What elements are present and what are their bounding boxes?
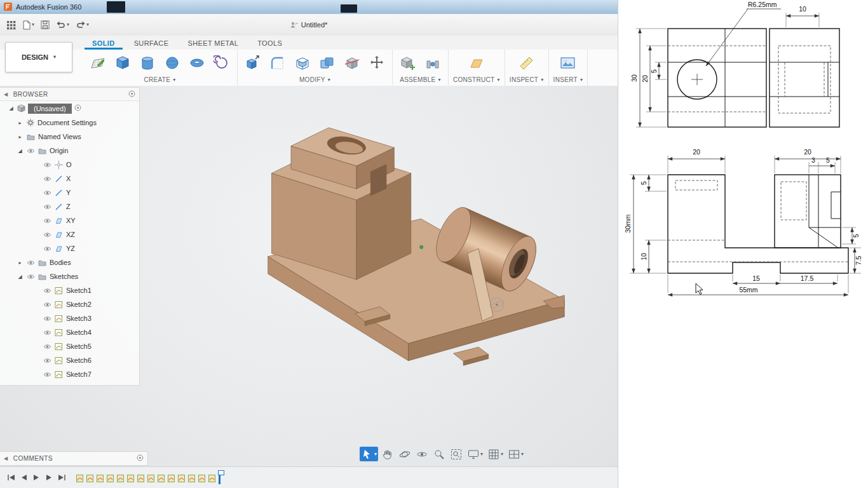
ribbon-group-dropdown[interactable]: CONSTRUCT▾	[453, 76, 500, 83]
browser-row-named-views[interactable]: ▸Named Views	[0, 130, 139, 144]
undo-button[interactable]: ▾	[53, 18, 72, 31]
browser-row-document-settings[interactable]: ▸Document Settings	[0, 116, 139, 130]
browser-row-sketch2[interactable]: Sketch2	[0, 297, 139, 311]
timeline-marker-sketch-2[interactable]	[86, 473, 93, 482]
timeline-marker-sketch-12[interactable]	[188, 473, 195, 482]
timeline-step-back-button[interactable]	[18, 472, 29, 484]
timeline-position-marker[interactable]	[217, 471, 222, 484]
browser-row-bodies[interactable]: ▸Bodies	[0, 255, 139, 269]
ribbon-sphere-button[interactable]	[161, 51, 183, 74]
panel-options-icon[interactable]	[128, 90, 135, 98]
panel-options-icon[interactable]	[137, 454, 144, 463]
display-settings-tool-button[interactable]: ▾	[466, 447, 484, 461]
visibility-eye-icon[interactable]	[43, 246, 51, 252]
timeline-marker-sketch-6[interactable]	[127, 473, 134, 482]
fit-tool-button[interactable]	[449, 447, 464, 461]
browser-row-sketch3[interactable]: Sketch3	[0, 311, 139, 325]
timeline-marker-sketch-11[interactable]	[178, 473, 185, 482]
browser-row-sketch6[interactable]: Sketch6	[0, 353, 139, 367]
ribbon-coil-button[interactable]	[211, 51, 233, 74]
file-menu-button[interactable]: ▾	[20, 18, 37, 32]
timeline-step-forward-button[interactable]	[43, 472, 55, 484]
ribbon-measure-button[interactable]	[516, 51, 538, 74]
ribbon-group-dropdown[interactable]: CREATE▾	[144, 76, 176, 83]
ribbon-group-dropdown[interactable]: INSPECT▾	[510, 76, 544, 83]
model-3d-part[interactable]	[268, 128, 565, 365]
zoom-tool-button[interactable]	[431, 447, 447, 461]
visibility-eye-icon[interactable]	[43, 218, 51, 224]
collapse-arrow-icon[interactable]: ◢	[17, 274, 24, 280]
collapse-panel-icon[interactable]: ◀	[4, 456, 8, 461]
tab-sheet-metal[interactable]: SHEET METAL	[180, 37, 246, 50]
ribbon-insert-canvas-button[interactable]	[557, 51, 579, 74]
timeline-marker-sketch-14[interactable]	[208, 473, 215, 482]
ribbon-split-body-button[interactable]	[341, 51, 363, 74]
ribbon-joint-button[interactable]	[422, 51, 444, 74]
visibility-eye-icon[interactable]	[27, 260, 35, 266]
browser-row-x[interactable]: X	[0, 172, 139, 186]
timeline-skip-start-button[interactable]	[5, 472, 17, 484]
browser-row-xy[interactable]: XY	[0, 214, 139, 227]
comments-bar[interactable]: ◀ COMMENTS	[0, 451, 148, 466]
viewports-tool-button[interactable]: ▾	[506, 447, 525, 461]
visibility-eye-icon[interactable]	[43, 358, 51, 363]
viewport-canvas[interactable]: ◀ BROWSER ◢ (Unsaved) ▸Documen	[0, 86, 618, 488]
visibility-eye-icon[interactable]	[43, 288, 51, 294]
ribbon-new-component-button[interactable]	[397, 51, 419, 74]
workspace-switcher-button[interactable]: DESIGN ▾	[5, 42, 72, 72]
visibility-eye-icon[interactable]	[43, 190, 51, 196]
timeline-marker-sketch-5[interactable]	[117, 473, 124, 482]
ribbon-shell-button[interactable]	[292, 51, 313, 74]
visibility-eye-icon[interactable]	[27, 148, 35, 154]
ribbon-press-pull-button[interactable]	[242, 51, 264, 74]
browser-row-y[interactable]: Y	[0, 186, 139, 200]
orbit-tool-button[interactable]	[397, 447, 412, 461]
expand-arrow-icon[interactable]: ◢	[8, 105, 15, 111]
timeline-marker-sketch-4[interactable]	[107, 473, 114, 482]
ribbon-group-dropdown[interactable]: ASSEMBLE▾	[400, 76, 441, 83]
tab-surface[interactable]: SURFACE	[126, 37, 177, 50]
ribbon-construct-plane-button[interactable]	[466, 51, 487, 74]
root-document-label[interactable]: (Unsaved)	[28, 104, 72, 114]
timeline-marker-sketch-13[interactable]	[198, 473, 205, 482]
timeline-marker-sketch-1[interactable]	[76, 473, 83, 482]
visibility-eye-icon[interactable]	[43, 204, 51, 210]
timeline-marker-sketch-3[interactable]	[97, 473, 104, 482]
browser-row-sketch5[interactable]: Sketch5	[0, 339, 139, 353]
browser-row-yz[interactable]: YZ	[0, 241, 139, 255]
visibility-eye-icon[interactable]	[43, 330, 51, 336]
expand-arrow-icon[interactable]: ▸	[17, 260, 24, 266]
ribbon-cylinder-button[interactable]	[137, 51, 158, 74]
select-tool-button[interactable]: ▾	[360, 447, 378, 461]
expand-arrow-icon[interactable]: ▸	[17, 134, 24, 140]
timeline-marker-sketch-7[interactable]	[137, 473, 144, 482]
save-button[interactable]	[38, 18, 52, 32]
browser-row-sketches[interactable]: ◢Sketches	[0, 269, 139, 283]
pan-tool-button[interactable]	[380, 447, 395, 461]
browser-row-xz[interactable]: XZ	[0, 227, 139, 241]
visibility-eye-icon[interactable]	[43, 232, 51, 238]
visibility-eye-icon[interactable]	[43, 344, 51, 349]
ribbon-torus-button[interactable]	[186, 51, 208, 74]
ribbon-create-sketch-button[interactable]	[87, 51, 109, 74]
app-menu-button[interactable]	[4, 18, 18, 32]
browser-row-root[interactable]: ◢ (Unsaved)	[0, 101, 139, 116]
tab-tools[interactable]: TOOLS	[250, 37, 290, 50]
browser-row-sketch4[interactable]: Sketch4	[0, 325, 139, 339]
visibility-eye-icon[interactable]	[43, 372, 51, 377]
visibility-eye-icon[interactable]	[27, 274, 35, 280]
ribbon-group-dropdown[interactable]: MODIFY▾	[299, 76, 330, 83]
grid-display-tool-button[interactable]: ▾	[486, 447, 505, 461]
activate-radio-icon[interactable]	[74, 104, 81, 112]
visibility-eye-icon[interactable]	[43, 162, 51, 168]
browser-row-z[interactable]: Z	[0, 200, 139, 214]
timeline-marker-sketch-10[interactable]	[168, 473, 175, 482]
collapse-panel-icon[interactable]: ◀	[4, 92, 8, 97]
collapse-arrow-icon[interactable]: ◢	[17, 148, 24, 154]
visibility-eye-icon[interactable]	[43, 176, 51, 182]
timeline-marker-sketch-8[interactable]	[147, 473, 154, 482]
browser-row-origin[interactable]: ◢Origin	[0, 144, 139, 158]
browser-row-sketch7[interactable]: Sketch7	[0, 367, 139, 381]
visibility-eye-icon[interactable]	[43, 302, 51, 308]
ribbon-fillet-button[interactable]	[267, 51, 288, 74]
